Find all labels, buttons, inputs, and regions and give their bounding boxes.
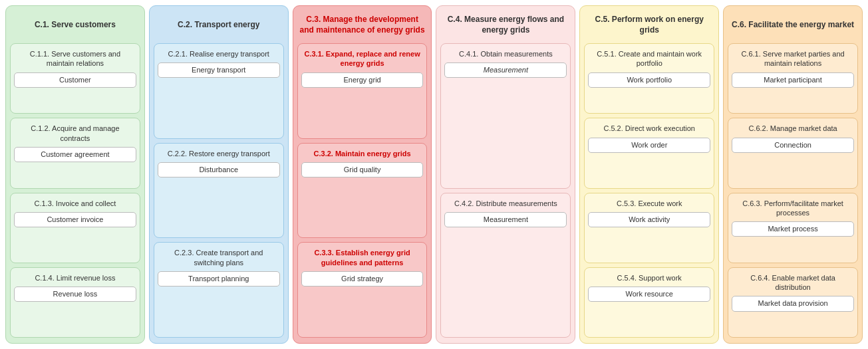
entity-box-c6-1[interactable]: Connection	[732, 138, 854, 153]
entity-box-c3-1[interactable]: Grid quality	[301, 162, 424, 177]
section-title-c2-1: C.2.2. Restore energy transport	[158, 148, 280, 160]
section-title-c5-1: C.5.2. Direct work execution	[588, 122, 710, 134]
entity-box-c4-0[interactable]: Measurement	[444, 62, 567, 78]
section-title-c5-0: C.5.1. Create and maintain work portfoli…	[588, 48, 710, 70]
section-c3-1: C.3.2. Maintain energy gridsGrid quality	[297, 143, 428, 239]
entity-box-c6-2[interactable]: Market process	[732, 221, 854, 237]
entity-box-c2-1[interactable]: Disturbance	[158, 162, 280, 177]
section-c3-2: C.3.3. Establish energy grid guidelines …	[297, 242, 428, 338]
entity-box-c3-2[interactable]: Grid strategy	[301, 271, 424, 287]
column-header-c3: C.3. Manage the development and maintena…	[297, 11, 428, 39]
column-c2: C.2. Transport energyC.2.1. Realise ener…	[149, 5, 289, 344]
section-c4-1: C.4.2. Distribute measurementsMeasuremen…	[440, 193, 571, 338]
entity-box-c5-2[interactable]: Work activity	[588, 212, 710, 227]
section-c5-2: C.5.3. Execute workWork activity	[584, 193, 714, 263]
section-c4-0: C.4.1. Obtain measurementsMeasurement	[440, 43, 571, 189]
column-c6: C.6. Facilitate the energy marketC.6.1. …	[723, 5, 863, 344]
section-title-c2-0: C.2.1. Realise energy transport	[158, 48, 280, 60]
entity-box-c4-1[interactable]: Measurement	[444, 212, 567, 227]
section-title-c6-0: C.6.1. Serve market parties and maintain…	[732, 48, 854, 70]
section-c5-0: C.5.1. Create and maintain work portfoli…	[584, 43, 714, 114]
entity-box-c2-2[interactable]: Transport planning	[158, 271, 280, 287]
section-title-c3-0: C.3.1. Expand, replace and renew energy …	[301, 48, 424, 70]
column-header-c4: C.4. Measure energy flows and energy gri…	[440, 11, 571, 39]
section-title-c6-3: C.6.4. Enable market data distribution	[732, 272, 854, 294]
column-c1: C.1. Serve customersC.1.1. Serve custome…	[5, 5, 145, 344]
section-title-c5-3: C.5.4. Support work	[588, 272, 710, 284]
entity-box-c6-3[interactable]: Market data provision	[732, 296, 854, 311]
column-header-c2: C.2. Transport energy	[154, 11, 284, 39]
section-c6-3: C.6.4. Enable market data distributionMa…	[728, 267, 858, 338]
column-header-c1: C.1. Serve customers	[10, 11, 140, 39]
section-title-c4-0: C.4.1. Obtain measurements	[444, 48, 567, 60]
section-c1-1: C.1.2. Acquire and manage contractsCusto…	[10, 118, 140, 188]
column-c5: C.5. Perform work on energy gridsC.5.1. …	[579, 5, 719, 344]
section-c1-2: C.1.3. Invoice and collectCustomer invoi…	[10, 193, 140, 263]
section-title-c1-3: C.1.4. Limit revenue loss	[14, 272, 136, 284]
entity-box-c2-0[interactable]: Energy transport	[158, 62, 280, 78]
entity-box-c3-0[interactable]: Energy grid	[301, 72, 424, 88]
section-c1-0: C.1.1. Serve customers and maintain rela…	[10, 43, 140, 114]
column-c4: C.4. Measure energy flows and energy gri…	[436, 5, 575, 344]
section-title-c6-1: C.6.2. Manage market data	[732, 122, 854, 134]
section-title-c3-2: C.3.3. Establish energy grid guidelines …	[301, 247, 424, 269]
section-c6-1: C.6.2. Manage market dataConnection	[728, 118, 858, 188]
entity-box-c1-0[interactable]: Customer	[14, 72, 136, 88]
entity-box-c1-2[interactable]: Customer invoice	[14, 212, 136, 227]
section-c1-3: C.1.4. Limit revenue lossRevenue loss	[10, 267, 140, 338]
entity-box-c5-1[interactable]: Work order	[588, 138, 710, 153]
section-c2-2: C.2.3. Create transport and switching pl…	[154, 242, 284, 338]
column-header-c6: C.6. Facilitate the energy market	[728, 11, 858, 39]
entity-box-c6-0[interactable]: Market participant	[732, 72, 854, 88]
section-c2-0: C.2.1. Realise energy transportEnergy tr…	[154, 43, 284, 139]
section-title-c3-1: C.3.2. Maintain energy grids	[301, 148, 424, 160]
entity-box-c1-1[interactable]: Customer agreement	[14, 147, 136, 162]
section-title-c6-2: C.6.3. Perform/facilitate market process…	[732, 197, 854, 219]
section-c2-1: C.2.2. Restore energy transportDisturban…	[154, 143, 284, 239]
column-c3: C.3. Manage the development and maintena…	[293, 5, 432, 344]
section-title-c4-1: C.4.2. Distribute measurements	[444, 197, 567, 209]
section-c6-0: C.6.1. Serve market parties and maintain…	[728, 43, 858, 114]
column-header-c5: C.5. Perform work on energy grids	[584, 11, 714, 39]
main-container: C.1. Serve customersC.1.1. Serve custome…	[0, 0, 868, 349]
section-c6-2: C.6.3. Perform/facilitate market process…	[728, 193, 858, 263]
section-title-c1-2: C.1.3. Invoice and collect	[14, 197, 136, 209]
section-title-c2-2: C.2.3. Create transport and switching pl…	[158, 247, 280, 269]
section-c5-1: C.5.2. Direct work executionWork order	[584, 118, 714, 188]
section-title-c1-1: C.1.2. Acquire and manage contracts	[14, 122, 136, 144]
section-c5-3: C.5.4. Support workWork resource	[584, 267, 714, 338]
section-title-c5-2: C.5.3. Execute work	[588, 197, 710, 209]
entity-box-c1-3[interactable]: Revenue loss	[14, 287, 136, 302]
section-c3-0: C.3.1. Expand, replace and renew energy …	[297, 43, 428, 139]
entity-box-c5-0[interactable]: Work portfolio	[588, 72, 710, 88]
entity-box-c5-3[interactable]: Work resource	[588, 287, 710, 302]
section-title-c1-0: C.1.1. Serve customers and maintain rela…	[14, 48, 136, 70]
